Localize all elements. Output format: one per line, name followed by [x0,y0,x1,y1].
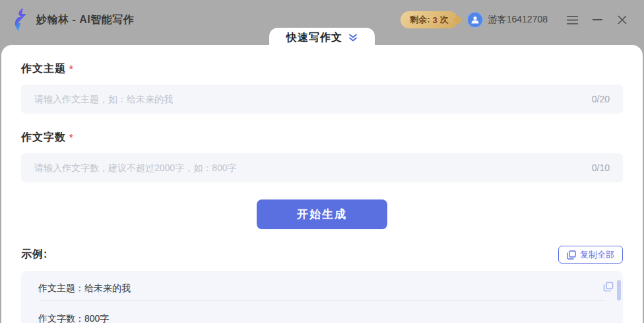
example-row-text: 作文字数：800字 [38,313,109,323]
tab-quick-essay[interactable]: 快速写作文 [269,28,375,48]
close-button[interactable] [612,10,632,30]
topic-input-box: 0/20 [21,85,623,114]
topic-field-label: 作文主题 * [21,62,623,76]
badge-pointer [453,15,463,24]
minimize-icon [593,19,602,20]
topic-input[interactable] [34,94,583,104]
close-icon [618,15,627,24]
badge-count: 3 [432,15,437,25]
example-row-text: 作文主题：给未来的我 [38,283,131,293]
word-count-required-mark: * [69,132,73,143]
word-count-field-label: 作文字数 * [21,131,623,145]
word-count-input-box: 0/10 [21,153,623,182]
topic-char-counter: 0/20 [592,94,610,104]
copy-all-label: 复制全部 [580,249,614,261]
badge-suffix: 次 [440,14,449,26]
username-label[interactable]: 游客16412708 [488,14,548,26]
topic-required-mark: * [69,63,73,74]
app-title: 妙翰林 - AI智能写作 [36,13,134,27]
remaining-uses-badge: 剩余: 3 次 [401,11,458,28]
minimize-button[interactable] [587,10,607,30]
tab-label: 快速写作文 [286,31,342,45]
chevron-double-down-icon[interactable] [348,33,358,42]
hamburger-menu-icon [567,16,578,24]
example-scrollbar[interactable] [617,280,621,301]
menu-button[interactable] [562,10,582,30]
main-panel: 作文主题 * 0/20 作文字数 * 0/10 开始生成 示例: 复制全部 作文… [1,45,643,323]
word-count-label: 作文字数 [21,131,66,145]
word-count-input[interactable] [34,162,583,173]
generate-button[interactable]: 开始生成 [257,199,387,229]
example-row-word-count: 作文字数：800字 [38,301,606,323]
example-header: 示例: 复制全部 [21,246,623,264]
copy-row-icon[interactable] [603,281,614,292]
copy-all-button[interactable]: 复制全部 [558,246,623,264]
badge-prefix: 剩余: [410,14,430,26]
example-panel: 作文主题：给未来的我 作文字数：800字 [21,271,623,323]
app-logo-icon [12,7,30,32]
word-count-char-counter: 0/10 [592,162,610,173]
copy-icon [567,250,576,260]
topic-label: 作文主题 [21,62,66,76]
user-avatar[interactable] [467,12,483,28]
example-title: 示例: [21,248,48,262]
example-row-topic: 作文主题：给未来的我 [38,271,606,301]
app-brand: 妙翰林 - AI智能写作 [12,7,134,32]
user-avatar-icon [470,15,480,24]
